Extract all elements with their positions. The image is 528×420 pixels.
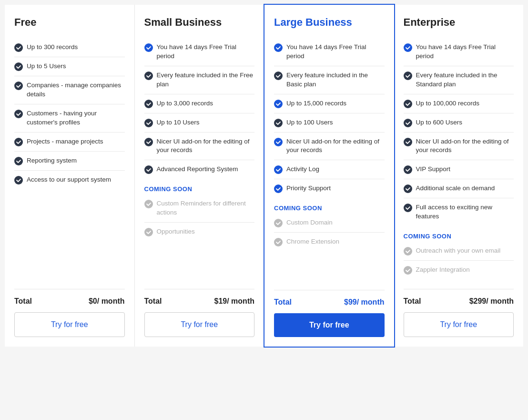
cta-button-small-business[interactable]: Try for free [144, 312, 255, 337]
svg-point-5 [14, 157, 23, 165]
svg-point-26 [404, 100, 412, 108]
check-icon [14, 110, 23, 118]
check-icon [274, 165, 283, 174]
plan-title-free: Free [14, 16, 125, 29]
coming-soon-item: Custom Reminders for different actions [144, 195, 255, 223]
feature-item: Up to 10 Users [144, 113, 255, 133]
svg-point-2 [14, 82, 23, 90]
svg-point-4 [14, 138, 23, 146]
check-icon [404, 100, 412, 108]
feature-text: Up to 10 Users [157, 118, 200, 127]
total-price: $299/ month [469, 297, 514, 306]
check-icon [404, 43, 412, 52]
coming-soon-text: Custom Reminders for different actions [157, 199, 255, 217]
coming-soon-text: Custom Domain [286, 218, 333, 227]
svg-point-20 [274, 165, 283, 174]
svg-point-19 [274, 138, 283, 146]
check-icon-coming-soon [144, 228, 153, 236]
svg-point-6 [14, 176, 23, 184]
total-label: Total [14, 297, 32, 306]
svg-point-30 [404, 184, 412, 193]
feature-text: Customers - having your customer's profi… [27, 109, 125, 127]
feature-item: Reporting system [14, 152, 125, 171]
feature-text: You have 14 days Free Trial period [416, 43, 514, 61]
check-icon-coming-soon [404, 266, 412, 275]
check-icon [274, 72, 283, 80]
feature-item: Up to 5 Users [14, 57, 125, 76]
feature-text: Reporting system [27, 156, 77, 165]
check-icon [404, 119, 412, 127]
coming-soon-text: Opportunities [157, 227, 195, 236]
svg-point-32 [404, 247, 412, 256]
check-icon [274, 43, 283, 52]
total-row: Total $299/ month [404, 297, 514, 306]
svg-point-27 [404, 119, 412, 127]
coming-soon-text: Zappler Integration [416, 266, 470, 275]
svg-point-25 [404, 72, 412, 80]
svg-point-12 [144, 165, 153, 174]
feature-text: You have 14 days Free Trial period [157, 43, 255, 61]
feature-text: Every feature included in the Basic plan [286, 71, 385, 89]
svg-point-33 [404, 266, 412, 275]
cta-button-large-business[interactable]: Try for free [274, 313, 385, 337]
plan-footer-enterprise: Total $299/ month Try for free [404, 289, 514, 337]
cta-button-free[interactable]: Try for free [14, 312, 125, 337]
feature-item: Projects - manage projects [14, 133, 125, 152]
check-icon [274, 119, 283, 127]
svg-point-16 [274, 72, 283, 80]
feature-text: Priority Support [286, 184, 331, 193]
svg-point-22 [274, 219, 283, 227]
feature-text: Every feature included in the Free plan [157, 71, 255, 89]
feature-item: Up to 100 Users [274, 113, 385, 133]
feature-item: You have 14 days Free Trial period [144, 38, 255, 66]
feature-item: Nicer UI add-on for the editing of your … [274, 133, 385, 161]
check-icon [274, 184, 283, 193]
total-row: Total $0/ month [14, 297, 125, 306]
svg-point-9 [144, 100, 153, 108]
cta-button-enterprise[interactable]: Try for free [404, 312, 514, 337]
feature-text: Up to 15,000 records [286, 99, 346, 108]
feature-text: Advanced Reporting System [157, 165, 238, 174]
check-icon [14, 43, 23, 52]
coming-soon-list-large-business: Custom Domain Chrome Extension [274, 214, 385, 280]
check-icon [144, 119, 153, 127]
feature-item: Advanced Reporting System [144, 160, 255, 179]
check-icon [14, 138, 23, 146]
feature-item: Customers - having your customer's profi… [14, 104, 125, 133]
svg-point-10 [144, 119, 153, 127]
check-icon [404, 204, 412, 212]
feature-text: Every feature included in the Standard p… [416, 71, 514, 89]
plan-title-large-business: Large Business [274, 16, 385, 29]
feature-text: Up to 600 Users [416, 118, 463, 127]
feature-item: Every feature included in the Basic plan [274, 66, 385, 94]
coming-soon-list-enterprise: Outreach with your own email Zappler Int… [404, 242, 514, 279]
feature-text: Full access to exciting new features [416, 203, 514, 221]
coming-soon-text: Outreach with your own email [416, 246, 501, 256]
feature-item: Companies - manage companies details [14, 76, 125, 104]
feature-text: Up to 3,000 records [157, 99, 213, 108]
plan-footer-small-business: Total $19/ month Try for free [144, 289, 255, 337]
coming-soon-label: COMING SOON [404, 233, 514, 240]
svg-point-15 [274, 43, 283, 52]
feature-item: Nicer UI add-on for the editing of your … [144, 133, 255, 161]
svg-point-0 [14, 43, 23, 52]
check-icon [144, 43, 153, 52]
plan-footer-large-business: Total $99/ month Try for free [274, 290, 385, 337]
feature-item: You have 14 days Free Trial period [274, 38, 385, 66]
svg-point-31 [404, 204, 412, 212]
total-row: Total $19/ month [144, 297, 255, 306]
svg-point-29 [404, 165, 412, 174]
feature-text: Activity Log [286, 165, 319, 174]
feature-text: You have 14 days Free Trial period [286, 43, 385, 61]
plan-card-large-business: Large Business You have 14 days Free Tri… [264, 4, 395, 348]
feature-text: Nicer UI add-on for the editing of your … [157, 137, 255, 155]
plan-card-small-business: Small Business You have 14 days Free Tri… [135, 5, 265, 347]
features-list-small-business: You have 14 days Free Trial period Every… [144, 38, 255, 179]
coming-soon-item: Custom Domain [274, 214, 385, 233]
feature-item: Every feature included in the Free plan [144, 66, 255, 94]
total-row: Total $99/ month [274, 298, 385, 307]
feature-text: Additional scale on demand [416, 184, 495, 193]
svg-point-13 [144, 200, 153, 208]
svg-point-17 [274, 100, 283, 108]
feature-text: VIP Support [416, 165, 451, 174]
